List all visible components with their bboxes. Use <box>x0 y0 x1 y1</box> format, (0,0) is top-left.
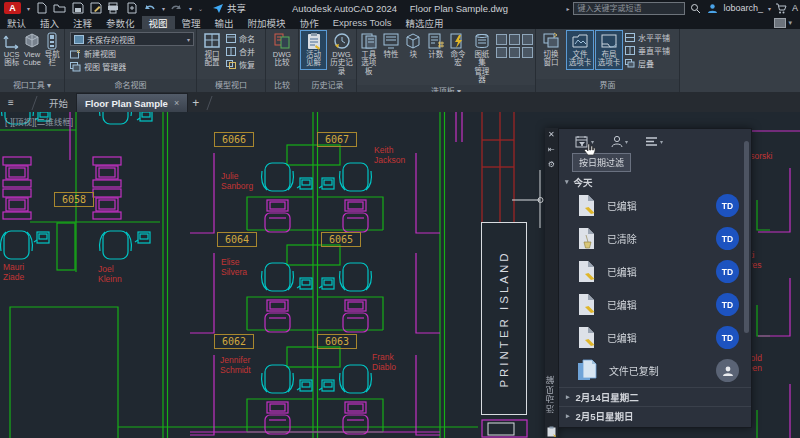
open-file-icon[interactable] <box>53 2 66 14</box>
date-group[interactable]: ▸ 2月5日星期日 <box>559 406 751 425</box>
restore-viewport-button[interactable]: 恢复 <box>226 59 255 70</box>
undo-caret-icon[interactable]: ▾ <box>162 5 165 12</box>
new-file-icon[interactable] <box>35 2 48 14</box>
activity-item[interactable]: 已清除 TD <box>559 222 751 255</box>
named-viewport-button[interactable]: 命名 <box>226 33 255 44</box>
tab-featured-apps[interactable]: 精选应用 <box>399 16 451 29</box>
viewport-controls[interactable]: [-][顶视][二维线框] <box>5 115 73 127</box>
count-button[interactable]: 计数 <box>426 31 445 60</box>
username[interactable]: loboarch_ <box>723 3 763 13</box>
drawing-viewport[interactable]: [-][顶视][二维线框] 6058 6066 6067 6064 6065 6… <box>0 112 800 438</box>
etransmit-icon[interactable] <box>125 2 138 14</box>
copied-file-icon <box>577 359 598 382</box>
tab-home[interactable]: 默认 <box>0 16 33 29</box>
tool-palettes-icon <box>360 32 378 50</box>
autohide-icon[interactable]: ⇤ <box>548 146 555 154</box>
close-icon[interactable]: ✕ <box>548 131 555 139</box>
palette-mini-icon-3[interactable] <box>522 34 533 45</box>
layout-tabs-button[interactable]: 布局 选项卡 <box>596 31 622 69</box>
palette-mini-icon-6[interactable] <box>522 47 533 58</box>
share-button[interactable]: 共享 <box>212 1 246 15</box>
redo-caret-icon[interactable]: ▾ <box>189 5 192 12</box>
tile-horizontal-button[interactable]: 水平平铺 <box>625 32 670 43</box>
panel-label-model-viewports[interactable]: 模型视口 <box>197 79 265 92</box>
activity-item[interactable]: 文件已复制 <box>559 354 751 387</box>
app-store-cart-icon[interactable] <box>775 2 788 14</box>
properties-button[interactable]: 特性 <box>381 31 400 60</box>
file-tab-menu-icon[interactable]: ≡ <box>8 97 22 108</box>
app-menu-button[interactable]: A <box>4 2 21 14</box>
occupant-name: Frank Diablo <box>372 353 396 373</box>
plot-icon[interactable] <box>107 2 120 14</box>
app-menu-caret-icon[interactable]: ▾ <box>27 5 30 12</box>
palette-mini-icon-5[interactable] <box>509 47 520 58</box>
filter-by-user-button[interactable]: ▾ <box>611 135 628 148</box>
tab-insert[interactable]: 插入 <box>33 16 66 29</box>
undo-icon[interactable] <box>143 2 156 14</box>
new-tab-button[interactable]: + <box>192 96 199 110</box>
tile-vertical-button[interactable]: 垂直平铺 <box>625 45 670 56</box>
panel-label-history[interactable]: 历史记录 <box>299 79 356 92</box>
activity-item[interactable]: 已编辑 TD <box>559 321 751 354</box>
join-viewport-button[interactable]: 合并 <box>226 46 255 57</box>
dwg-compare-button[interactable]: DWG 比较 <box>269 31 295 69</box>
properties-icon <box>382 32 400 50</box>
occupant-name: Elise Silvera <box>221 258 247 278</box>
date-group[interactable]: ▸ 2月14日星期二 <box>559 387 751 406</box>
panel-label-interface[interactable]: 界面 <box>536 79 679 92</box>
navbar-button[interactable]: 导航栏 <box>43 31 62 69</box>
properties-gear-icon[interactable]: ⚙ <box>548 161 555 169</box>
palette-mini-icon-2[interactable] <box>509 34 520 45</box>
tab-collaborate[interactable]: 协作 <box>293 16 326 29</box>
panel-label-palettes[interactable]: 选项板 ▾ <box>357 85 535 92</box>
tab-start[interactable]: 开始 <box>41 94 76 112</box>
cascade-button[interactable]: 层叠 <box>625 58 670 69</box>
ribbon-display-toggle[interactable]: ▾ <box>774 16 800 29</box>
tab-express-tools[interactable]: Express Tools <box>326 16 399 29</box>
tab-parametric[interactable]: 参数化 <box>99 16 142 29</box>
viewcube-button[interactable]: View Cube <box>22 31 41 69</box>
save-icon[interactable] <box>71 2 84 14</box>
file-tabs-button[interactable]: 文件 选项卡 <box>567 31 593 69</box>
activity-insights-button[interactable]: 活动 见解 <box>301 31 326 69</box>
activity-item[interactable]: 已编辑 TD <box>559 255 751 288</box>
search-icon[interactable] <box>689 2 702 14</box>
search-expand-icon[interactable]: ▸ <box>566 5 569 12</box>
room-tag: 6058 <box>54 192 94 207</box>
save-as-icon[interactable] <box>89 2 102 14</box>
palette-mini-icon-4[interactable] <box>496 47 507 58</box>
activity-item[interactable]: 已编辑 TD <box>559 288 751 321</box>
search-input[interactable] <box>573 2 685 15</box>
tab-addins[interactable]: 附加模块 <box>241 16 293 29</box>
tool-palettes-button[interactable]: 工具 选项板 <box>359 31 378 77</box>
panel-label-compare[interactable]: 比较 <box>266 79 298 92</box>
ucs-icon-button[interactable]: UCS 图标 <box>2 31 21 69</box>
close-tab-icon[interactable]: × <box>174 98 179 108</box>
palette-scrollbar[interactable] <box>744 141 749 333</box>
qat-customize-icon[interactable]: ⌄ <box>198 5 203 12</box>
user-caret-icon[interactable]: ▾ <box>768 5 771 12</box>
new-view-button[interactable]: 新建视图 <box>70 48 191 59</box>
redo-icon[interactable] <box>170 2 183 14</box>
sheet-set-manager-button[interactable]: 图纸集 管理器 <box>471 31 493 85</box>
macro-button[interactable]: 命令 宏 <box>448 31 467 69</box>
activity-item[interactable]: 已编辑 TD <box>559 189 751 222</box>
view-combo[interactable]: 未保存的视图 ▾ <box>70 32 194 46</box>
panel-label-viewport-tools[interactable]: 视口工具 ▾ <box>0 79 64 92</box>
viewport-config-button[interactable]: 视口 配置 <box>199 31 225 69</box>
tab-manage[interactable]: 管理 <box>175 16 208 29</box>
tab-view[interactable]: 视图 <box>142 16 175 29</box>
filter-by-event-button[interactable]: ▾ <box>645 136 663 147</box>
user-icon[interactable] <box>706 2 719 14</box>
switch-windows-button[interactable]: 切换 窗口 <box>538 31 564 69</box>
blocks-button[interactable]: 块 <box>404 31 423 60</box>
tab-annotate[interactable]: 注释 <box>66 16 99 29</box>
chevron-down-icon: ▾ <box>625 138 628 145</box>
dwg-history-button[interactable]: DWG 历史记录 <box>329 31 354 77</box>
view-manager-button[interactable]: 视图 管理器 <box>70 61 191 72</box>
panel-label-named-views[interactable]: 命名视图 <box>65 79 196 92</box>
tab-document[interactable]: Floor Plan Sample × <box>76 93 188 112</box>
palette-mini-icon-1[interactable] <box>496 34 507 45</box>
tab-output[interactable]: 输出 <box>208 16 241 29</box>
account-partial: A <box>792 3 798 13</box>
